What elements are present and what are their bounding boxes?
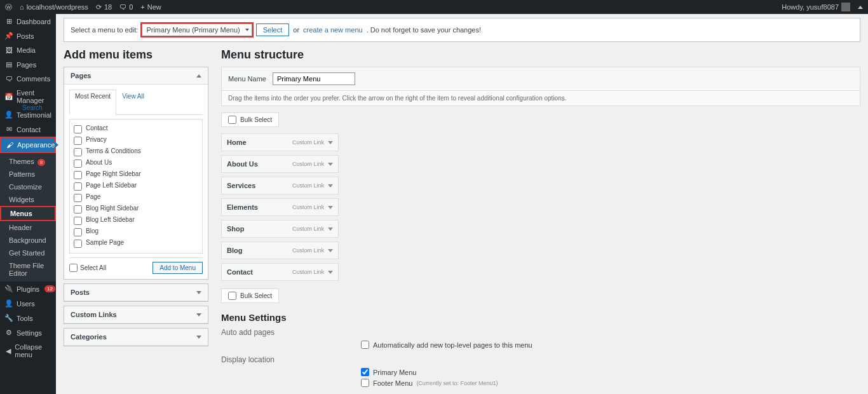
page-label: Terms & Conditions	[86, 147, 141, 154]
subnav-customize[interactable]: Customize	[0, 180, 56, 193]
subnav-themes[interactable]: Themes 8	[0, 155, 56, 168]
mail-icon: ✉	[5, 125, 13, 133]
suffix-text: . Do not forget to save your changes!	[367, 26, 481, 34]
create-menu-link[interactable]: create a new menu	[303, 26, 363, 34]
posts-toggle[interactable]: Posts	[64, 284, 208, 301]
bulk-select-checkbox[interactable]	[228, 292, 236, 300]
bulk-select-label: Bulk Select	[240, 116, 272, 123]
loc-footer-checkbox[interactable]	[361, 379, 369, 387]
menu-item[interactable]: ContactCustom Link	[221, 263, 339, 281]
nav-tools[interactable]: 🔧Tools	[0, 311, 56, 325]
subnav-header[interactable]: Header	[0, 221, 56, 234]
howdy-link[interactable]: Howdy, yusuf8087	[782, 3, 850, 11]
select-button[interactable]: Select	[256, 24, 290, 36]
page-checkbox[interactable]	[74, 194, 82, 202]
menu-item[interactable]: HomeCustom Link	[221, 133, 339, 151]
menu-item[interactable]: About UsCustom Link	[221, 155, 339, 173]
page-checkbox[interactable]	[74, 205, 82, 214]
page-label: About Us	[86, 159, 112, 166]
page-checkbox[interactable]	[74, 240, 82, 248]
page-item[interactable]: Blog Right Sidebar	[74, 203, 198, 215]
page-item[interactable]: Contact	[74, 123, 198, 135]
subnav-widgets[interactable]: Widgets	[0, 193, 56, 206]
dashboard-icon: ⊞	[5, 17, 13, 25]
subnav-patterns[interactable]: Patterns	[0, 168, 56, 180]
custom-links-toggle[interactable]: Custom Links	[64, 306, 208, 323]
calendar-icon: 📅	[5, 93, 13, 101]
bulk-select-checkbox[interactable]	[228, 116, 236, 124]
subnav-get-started[interactable]: Get Started	[0, 247, 56, 259]
loc-primary-toggle[interactable]: Primary Menu	[361, 367, 860, 377]
add-to-menu-button[interactable]: Add to Menu	[153, 262, 203, 274]
nav-label: Tools	[17, 315, 33, 322]
media-icon: 🖼	[5, 46, 13, 54]
menu-item[interactable]: BlogCustom Link	[221, 241, 339, 259]
page-label: Page Left Sidebar	[86, 182, 137, 189]
page-item[interactable]: Blog	[74, 226, 198, 238]
bulk-select-bottom[interactable]: Bulk Select	[221, 289, 279, 303]
nav-testimonial[interactable]: 👤Testimonial	[0, 107, 56, 122]
pages-toggle[interactable]: Pages	[64, 67, 208, 85]
page-item[interactable]: Privacy	[74, 135, 198, 146]
loc-primary-checkbox[interactable]	[361, 368, 369, 376]
page-checkbox[interactable]	[74, 217, 82, 225]
comments-link[interactable]: 🗨 0	[119, 3, 133, 11]
menu-name-input[interactable]	[273, 72, 355, 85]
categories-toggle[interactable]: Categories	[64, 329, 208, 346]
nav-comments[interactable]: 🗨Comments	[0, 72, 56, 86]
page-item[interactable]: Page Right Sidebar	[74, 169, 198, 180]
categories-metabox: Categories	[64, 328, 208, 346]
tab-view-all[interactable]: View All	[116, 90, 150, 114]
arrow-right-icon	[55, 142, 58, 148]
subnav-background[interactable]: Background	[0, 234, 56, 247]
nav-appearance[interactable]: 🖌Appearance	[0, 137, 56, 153]
nav-dashboard[interactable]: ⊞Dashboard	[0, 14, 56, 29]
page-checkbox[interactable]	[74, 160, 82, 168]
menu-item-title: Services	[227, 182, 255, 189]
page-item[interactable]: Page Left Sidebar	[74, 180, 198, 192]
subnav-menus[interactable]: Menus	[0, 206, 56, 221]
new-link[interactable]: + New	[140, 3, 161, 11]
page-item[interactable]: Sample Page	[74, 238, 198, 249]
menu-item[interactable]: ShopCustom Link	[221, 220, 339, 238]
wp-logo-icon[interactable]: ⓦ	[5, 3, 12, 12]
subnav-theme-file-editor[interactable]: Theme File Editor	[0, 259, 56, 280]
select-all-checkbox[interactable]	[69, 264, 78, 272]
tab-most-recent[interactable]: Most Recent	[69, 90, 116, 115]
subnav-label: Themes	[9, 158, 34, 165]
menu-select-dropdown[interactable]: Primary Menu (Primary Menu)	[142, 24, 252, 36]
auto-add-checkbox[interactable]	[361, 341, 369, 349]
updates-link[interactable]: ⟳ 18	[96, 3, 112, 11]
nav-settings[interactable]: ⚙Settings	[0, 325, 56, 340]
nav-pages[interactable]: ▤Pages	[0, 57, 56, 72]
nav-media[interactable]: 🖼Media	[0, 43, 56, 57]
nav-plugins[interactable]: 🔌Plugins 12	[0, 282, 56, 296]
menu-item-title: Elements	[227, 203, 258, 211]
page-item[interactable]: Terms & Conditions	[74, 146, 198, 158]
page-checkbox[interactable]	[74, 182, 82, 191]
update-badge: 8	[37, 159, 45, 166]
page-checkbox[interactable]	[74, 171, 82, 179]
collapse-menu[interactable]: ◀Collapse menu	[0, 340, 56, 362]
bulk-select-top[interactable]: Bulk Select	[221, 112, 279, 127]
nav-users[interactable]: 👤Users	[0, 296, 56, 311]
page-item[interactable]: About Us	[74, 158, 198, 169]
caret-up-icon[interactable]	[858, 6, 863, 9]
page-item[interactable]: Page	[74, 192, 198, 203]
select-all-toggle[interactable]: Select All	[69, 264, 106, 272]
menu-settings-heading: Menu Settings	[221, 312, 860, 323]
auto-add-toggle[interactable]: Automatically add new top-level pages to…	[361, 339, 860, 350]
menu-item[interactable]: ElementsCustom Link	[221, 198, 339, 216]
admin-bar: ⓦ ⌂ localhost/wordpress ⟳ 18 🗨 0 + New H…	[0, 0, 868, 14]
page-checkbox[interactable]	[74, 137, 82, 145]
page-checkbox[interactable]	[74, 228, 82, 236]
page-checkbox[interactable]	[74, 148, 82, 156]
nav-event-manager[interactable]: 📅Event Manager	[0, 86, 56, 107]
nav-posts[interactable]: 📌Posts	[0, 29, 56, 43]
menu-item[interactable]: ServicesCustom Link	[221, 177, 339, 194]
page-checkbox[interactable]	[74, 125, 82, 133]
site-link[interactable]: ⌂ localhost/wordpress	[20, 3, 88, 11]
page-item[interactable]: Blog Left Sidebar	[74, 215, 198, 226]
loc-footer-toggle[interactable]: Footer Menu (Currently set to: Footer Me…	[361, 377, 860, 388]
nav-contact[interactable]: ✉Contact	[0, 122, 56, 137]
